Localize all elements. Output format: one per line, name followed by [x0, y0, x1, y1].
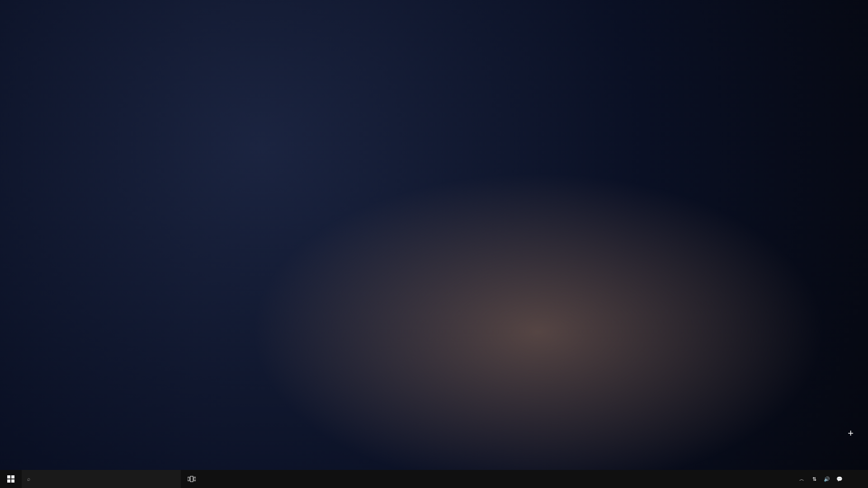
svg-rect-2	[7, 479, 10, 483]
new-desktop-button[interactable]: +	[848, 428, 854, 441]
search-box[interactable]: ⌕	[22, 470, 181, 488]
search-icon: ⌕	[27, 476, 30, 482]
task-view: +	[0, 0, 868, 470]
svg-rect-4	[188, 477, 189, 481]
tray-network-icon[interactable]: ⇅	[808, 470, 820, 488]
svg-rect-3	[11, 479, 14, 483]
tray-volume-icon[interactable]: 🔊	[821, 470, 833, 488]
taskbar: ⌕ ︿ ⇅ 🔊 💬	[0, 470, 868, 488]
windows-icon	[7, 475, 14, 483]
task-view-icon	[188, 476, 196, 482]
start-button[interactable]	[0, 470, 22, 488]
svg-rect-5	[190, 476, 193, 482]
tray-chevron-icon[interactable]: ︿	[796, 470, 807, 488]
system-tray: ︿ ⇅ 🔊 💬	[796, 470, 868, 488]
svg-rect-0	[7, 475, 10, 479]
plus-icon: +	[848, 428, 854, 438]
tray-language[interactable]	[846, 470, 858, 488]
tray-notifications-icon[interactable]: 💬	[834, 470, 845, 488]
svg-rect-1	[11, 475, 14, 479]
svg-rect-6	[194, 477, 196, 481]
task-view-button[interactable]	[181, 470, 203, 488]
